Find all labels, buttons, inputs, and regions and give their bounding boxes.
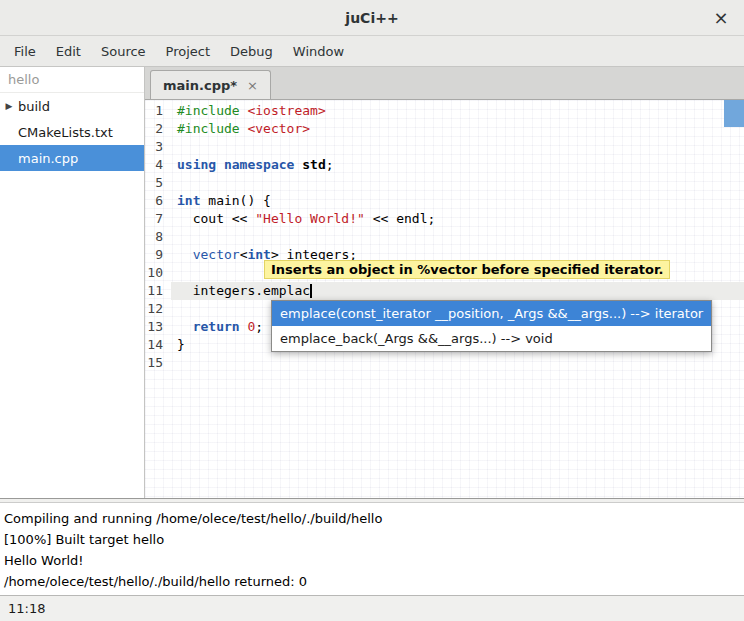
code-line: 3 bbox=[145, 138, 744, 156]
code-editor[interactable]: 1#include <iostream>2#include <vector>34… bbox=[145, 100, 744, 498]
window-close-button[interactable]: × bbox=[710, 7, 732, 29]
terminal-line: [100%] Built target hello bbox=[4, 529, 740, 550]
line-number: 14 bbox=[145, 336, 171, 354]
line-number: 8 bbox=[145, 228, 171, 246]
code-line: 5 bbox=[145, 174, 744, 192]
menu-item-debug[interactable]: Debug bbox=[220, 38, 283, 65]
file-browser: hello ▶buildCMakeLists.txtmain.cpp bbox=[0, 67, 145, 498]
code-line: 15 bbox=[145, 354, 744, 372]
tab-label: main.cpp* bbox=[163, 78, 237, 93]
doc-tooltip: Inserts an object in %vector before spec… bbox=[264, 260, 670, 279]
line-number: 5 bbox=[145, 174, 171, 192]
line-number: 13 bbox=[145, 318, 171, 336]
line-number: 12 bbox=[145, 300, 171, 318]
code-line: 7 cout << "Hello World!" << endl; bbox=[145, 210, 744, 228]
code-text: int main() { bbox=[171, 192, 744, 210]
line-number: 9 bbox=[145, 246, 171, 264]
text-cursor bbox=[310, 284, 312, 298]
code-line: 8 bbox=[145, 228, 744, 246]
status-bar: 11:18 bbox=[0, 595, 744, 621]
menu-item-file[interactable]: File bbox=[4, 38, 46, 65]
window-title: juCi++ bbox=[345, 10, 398, 26]
code-line: 1#include <iostream> bbox=[145, 102, 744, 120]
code-line: 2#include <vector> bbox=[145, 120, 744, 138]
vertical-scrollbar-thumb[interactable] bbox=[724, 100, 744, 127]
code-line: 4using namespace std; bbox=[145, 156, 744, 174]
code-text: #include <iostream> bbox=[171, 102, 744, 120]
menu-item-project[interactable]: Project bbox=[156, 38, 220, 65]
terminal-line: /home/olece/test/hello/./build/hello ret… bbox=[4, 571, 740, 592]
code-text: using namespace std; bbox=[171, 156, 744, 174]
main-area: hello ▶buildCMakeLists.txtmain.cpp main.… bbox=[0, 67, 744, 498]
tree-item-label: main.cpp bbox=[18, 151, 78, 166]
menu-item-window[interactable]: Window bbox=[283, 38, 354, 65]
tree-item-main.cpp[interactable]: main.cpp bbox=[0, 145, 144, 171]
title-bar: juCi++ × bbox=[0, 0, 744, 36]
completion-item[interactable]: emplace_back(_Args &&__args...) --> void bbox=[272, 326, 711, 351]
app-window: juCi++ × FileEditSourceProjectDebugWindo… bbox=[0, 0, 744, 621]
line-number: 1 bbox=[145, 102, 171, 120]
line-number: 10 bbox=[145, 264, 171, 282]
code-line: 11 integers.emplac bbox=[145, 282, 744, 300]
line-number: 15 bbox=[145, 354, 171, 372]
code-text: integers.emplac bbox=[171, 282, 744, 300]
line-number: 7 bbox=[145, 210, 171, 228]
menu-item-edit[interactable]: Edit bbox=[46, 38, 91, 65]
file-tree: ▶buildCMakeLists.txtmain.cpp bbox=[0, 93, 144, 171]
line-number: 4 bbox=[145, 156, 171, 174]
tab-close-icon[interactable]: × bbox=[247, 78, 258, 93]
completion-item[interactable]: emplace(const_iterator __position, _Args… bbox=[272, 301, 711, 326]
line-number: 6 bbox=[145, 192, 171, 210]
code-text bbox=[171, 228, 744, 246]
completion-popup: emplace(const_iterator __position, _Args… bbox=[271, 300, 712, 352]
tree-item-label: build bbox=[18, 99, 50, 114]
editor-pane: main.cpp*× 1#include <iostream>2#include… bbox=[145, 67, 744, 498]
line-number: 11 bbox=[145, 282, 171, 300]
expander-icon[interactable]: ▶ bbox=[0, 101, 18, 111]
tree-item-cmakelists.txt[interactable]: CMakeLists.txt bbox=[0, 119, 144, 145]
line-number: 3 bbox=[145, 138, 171, 156]
terminal-line: Compiling and running /home/olece/test/h… bbox=[4, 508, 740, 529]
code-text: #include <vector> bbox=[171, 120, 744, 138]
project-name[interactable]: hello bbox=[0, 67, 144, 93]
terminal: Compiling and running /home/olece/test/h… bbox=[0, 503, 744, 595]
tab-bar: main.cpp*× bbox=[145, 67, 744, 100]
menu-bar: FileEditSourceProjectDebugWindow bbox=[0, 36, 744, 67]
terminal-line: Hello World! bbox=[4, 550, 740, 571]
tree-item-build[interactable]: ▶build bbox=[0, 93, 144, 119]
tree-item-label: CMakeLists.txt bbox=[18, 125, 113, 140]
code-text bbox=[171, 354, 744, 372]
cursor-position: 11:18 bbox=[8, 601, 45, 616]
code-text bbox=[171, 138, 744, 156]
tab-main-cpp[interactable]: main.cpp*× bbox=[150, 70, 271, 99]
line-number: 2 bbox=[145, 120, 171, 138]
code-text: cout << "Hello World!" << endl; bbox=[171, 210, 744, 228]
code-text bbox=[171, 174, 744, 192]
menu-item-source[interactable]: Source bbox=[91, 38, 156, 65]
code-line: 6int main() { bbox=[145, 192, 744, 210]
